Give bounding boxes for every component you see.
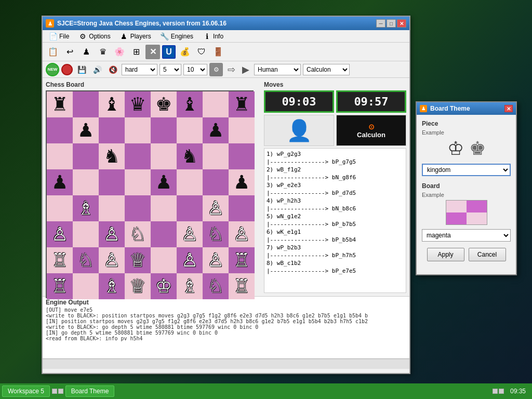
board-color-select[interactable]: magenta green blue classic <box>422 229 511 242</box>
chess-cell[interactable] <box>151 117 177 143</box>
chess-cell[interactable]: ♕ <box>125 247 151 273</box>
piece-icon[interactable]: ♟ <box>79 45 94 59</box>
forward-arrow[interactable]: ⇨ <box>225 63 237 76</box>
chess-cell[interactable] <box>229 117 255 143</box>
chess-cell[interactable]: ♘ <box>125 221 151 247</box>
chess-cell[interactable] <box>47 195 73 221</box>
u-icon[interactable]: U <box>162 45 176 59</box>
taskbar-app[interactable]: Board Theme <box>65 385 115 397</box>
chess-cell[interactable]: ♝ <box>177 91 203 117</box>
chess-cell[interactable] <box>151 195 177 221</box>
stop-button[interactable] <box>61 64 73 75</box>
chess-cell[interactable]: ♙ <box>203 247 229 273</box>
chess-cell[interactable]: ♕ <box>125 273 151 299</box>
chess-cell[interactable] <box>151 247 177 273</box>
chess-cell[interactable]: ♙ <box>99 247 125 273</box>
chess-cell[interactable]: ♛ <box>125 91 151 117</box>
apply-button[interactable]: Apply <box>427 248 464 261</box>
chess-cell[interactable]: ♖ <box>47 247 73 273</box>
chess-cell[interactable]: ♟ <box>203 117 229 143</box>
chess-cell[interactable] <box>73 221 99 247</box>
chess-cell[interactable] <box>203 143 229 169</box>
chess-cell[interactable] <box>203 169 229 195</box>
chess-cell[interactable] <box>151 221 177 247</box>
theme-close-button[interactable]: ✕ <box>504 105 513 112</box>
chess-cell[interactable]: ♔ <box>151 273 177 299</box>
log-icon[interactable]: 📋 <box>46 45 60 59</box>
shield-icon[interactable]: 🛡 <box>194 45 209 59</box>
moves-list-container[interactable]: 1) wP_g2g3 |----------------> bP_g7g52) … <box>264 148 406 293</box>
difficulty-select[interactable]: easy medium hard <box>122 64 157 75</box>
chess-cell[interactable] <box>125 117 151 143</box>
chess-cell[interactable] <box>229 195 255 221</box>
grid-icon[interactable]: ⊞ <box>129 45 143 59</box>
close-button[interactable]: ✕ <box>397 19 406 28</box>
moves-list[interactable]: 1) wP_g2g3 |----------------> bP_g7g52) … <box>264 149 406 292</box>
speaker-button[interactable]: 🔇 <box>106 63 119 76</box>
chess-cell[interactable]: ♙ <box>203 195 229 221</box>
taskbar-workspace[interactable]: Workspace 5 <box>2 385 50 397</box>
chess-cell[interactable]: ♙ <box>229 221 255 247</box>
chess-cell[interactable]: ♜ <box>47 91 73 117</box>
chess-cell[interactable]: ♟ <box>151 169 177 195</box>
maximize-button[interactable]: □ <box>387 19 396 28</box>
chess-cell[interactable]: ♟ <box>229 169 255 195</box>
chess-cell[interactable] <box>99 117 125 143</box>
chess-cell[interactable] <box>99 169 125 195</box>
chess-cell[interactable]: ♙ <box>99 221 125 247</box>
menu-info[interactable]: ℹ Info <box>198 31 228 42</box>
chess-cell[interactable]: ♖ <box>47 273 73 299</box>
depth-select[interactable]: 3 4 5 6 <box>159 64 181 75</box>
volume-button[interactable]: 🔊 <box>90 63 104 76</box>
chess-cell[interactable]: ♟ <box>73 117 99 143</box>
chess-cell[interactable]: ♚ <box>151 91 177 117</box>
chess-cell[interactable] <box>73 91 99 117</box>
chess-cell[interactable]: ♖ <box>229 247 255 273</box>
money-icon[interactable]: 💰 <box>178 45 192 59</box>
time-select[interactable]: 5 10 15 20 <box>183 64 207 75</box>
save-button[interactable]: 💾 <box>75 63 88 76</box>
chess-cell[interactable]: ♜ <box>229 91 255 117</box>
cancel-button[interactable]: Cancel <box>469 248 506 261</box>
x-icon[interactable]: ✕ <box>145 45 160 59</box>
chess-cell[interactable]: ♞ <box>99 143 125 169</box>
chess-cell[interactable]: ♙ <box>47 221 73 247</box>
chess-cell[interactable] <box>73 169 99 195</box>
chess-cell[interactable] <box>125 195 151 221</box>
exit-icon[interactable]: 🚪 <box>211 45 225 59</box>
chess-cell[interactable] <box>177 169 203 195</box>
chess-cell[interactable] <box>125 169 151 195</box>
chess-cell[interactable] <box>203 91 229 117</box>
queen-icon[interactable]: ♛ <box>96 45 110 59</box>
chess-cell[interactable] <box>177 117 203 143</box>
chess-cell[interactable] <box>73 143 99 169</box>
menu-players[interactable]: ♟ Players <box>116 31 155 42</box>
flower-icon[interactable]: 🌸 <box>112 45 127 59</box>
play-arrow[interactable]: ▶ <box>240 63 252 76</box>
chess-cell[interactable] <box>151 143 177 169</box>
chess-cell[interactable]: ♘ <box>73 247 99 273</box>
menu-engines[interactable]: 🔧 Engines <box>156 31 197 42</box>
chess-cell[interactable]: ♖ <box>229 273 255 299</box>
chess-cell[interactable]: ♟ <box>47 169 73 195</box>
chess-cell[interactable]: ♗ <box>99 273 125 299</box>
chess-cell[interactable]: ♞ <box>177 143 203 169</box>
chess-cell[interactable]: ♝ <box>99 91 125 117</box>
chess-cell[interactable] <box>177 195 203 221</box>
chess-cell[interactable]: ♙ <box>177 247 203 273</box>
chess-cell[interactable] <box>125 143 151 169</box>
chess-cell[interactable]: ♘ <box>203 221 229 247</box>
chess-cell[interactable] <box>73 273 99 299</box>
chess-cell[interactable] <box>47 143 73 169</box>
black-player-select[interactable]: Human Calculon StockFish <box>303 64 350 75</box>
undo-icon[interactable]: ↩ <box>62 45 77 59</box>
chess-cell[interactable] <box>99 195 125 221</box>
chess-cell[interactable]: ♗ <box>177 273 203 299</box>
menu-options[interactable]: ⚙ Options <box>74 31 114 42</box>
minimize-button[interactable]: ─ <box>376 19 385 28</box>
settings-button[interactable]: ⚙ <box>209 63 223 76</box>
new-game-button[interactable]: NEW <box>46 63 59 76</box>
chess-cell[interactable]: ♘ <box>203 273 229 299</box>
chess-cell[interactable]: ♙ <box>177 221 203 247</box>
chess-cell[interactable] <box>47 117 73 143</box>
